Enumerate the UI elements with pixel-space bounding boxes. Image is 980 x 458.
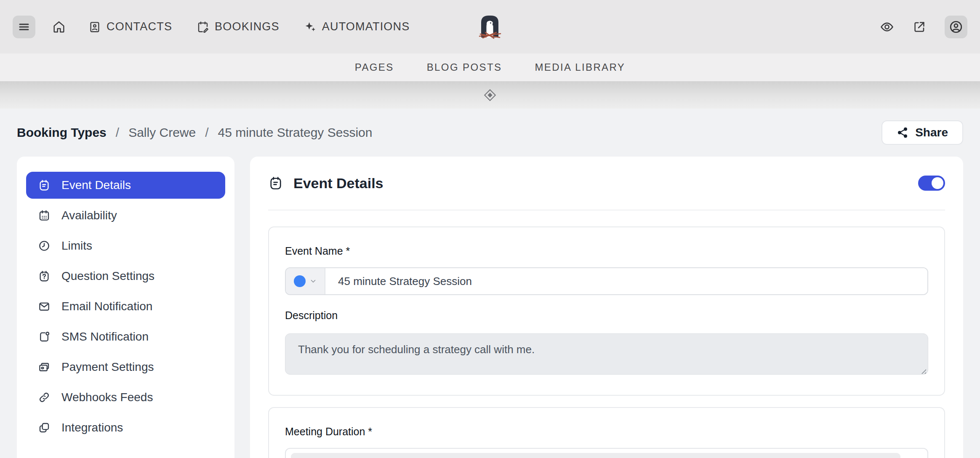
nav-label-contacts: CONTACTS <box>107 20 172 33</box>
event-details-icon <box>38 179 51 192</box>
event-details-header-icon <box>268 176 283 191</box>
meeting-duration-card: Meeting Duration * 60 Minutes <box>268 407 945 458</box>
description-label: Description <box>285 309 928 322</box>
hamburger-menu-button[interactable] <box>13 16 35 38</box>
sidebar-item-question-settings[interactable]: Question Settings <box>26 263 225 290</box>
sidebar-label: Email Notification <box>61 300 152 313</box>
sidebar-label: Payment Settings <box>61 360 154 374</box>
sidebar-item-integrations[interactable]: Integrations <box>26 414 225 441</box>
breadcrumb: Booking Types / Sally Crewe / 45 minute … <box>17 125 372 140</box>
sidebar-label: Event Details <box>61 178 131 192</box>
subnav-item-media-library[interactable]: MEDIA LIBRARY <box>535 61 625 73</box>
divider-band <box>0 81 980 109</box>
description-field: Thank you for scheduling a strategy call… <box>285 332 928 376</box>
nav-label-automations: AUTOMATIONS <box>322 20 410 33</box>
meeting-duration-label: Meeting Duration * <box>285 426 928 438</box>
availability-icon <box>38 209 51 222</box>
sidebar-item-availability[interactable]: Availability <box>26 202 225 229</box>
panels-row: Event Details Availability Limits Questi… <box>17 157 963 458</box>
contacts-icon <box>88 21 101 33</box>
share-icon <box>897 127 908 138</box>
question-settings-icon <box>38 270 51 282</box>
event-details-panel: Event Details Event Name * Description <box>250 157 963 458</box>
sidebar-label: Availability <box>61 209 117 222</box>
user-circle-icon <box>949 20 963 34</box>
panel-header: Event Details <box>268 157 945 210</box>
sms-icon <box>38 330 51 343</box>
chevron-down-icon <box>309 277 317 285</box>
clock-icon <box>38 240 51 252</box>
bookings-icon <box>197 21 209 33</box>
integrations-icon <box>38 421 51 434</box>
meeting-duration-select[interactable]: 60 Minutes <box>285 448 928 458</box>
page-content: Booking Types / Sally Crewe / 45 minute … <box>0 109 980 458</box>
eye-icon <box>880 20 894 34</box>
link-icon <box>38 391 51 404</box>
subnav-item-pages[interactable]: PAGES <box>355 61 394 73</box>
primary-nav: CONTACTS BOOKINGS AUTOMATIONS <box>88 20 410 33</box>
settings-sidebar: Event Details Availability Limits Questi… <box>17 157 234 458</box>
account-button[interactable] <box>945 16 967 38</box>
event-enabled-toggle[interactable] <box>918 176 945 191</box>
breadcrumb-booking-types[interactable]: Booking Types <box>17 125 107 140</box>
sidebar-item-sms-notification[interactable]: SMS Notification <box>26 323 225 350</box>
color-swatch <box>294 275 306 287</box>
preview-button[interactable] <box>880 20 894 34</box>
site-subnav: PAGES BLOG POSTS MEDIA LIBRARY <box>0 53 980 81</box>
event-name-label: Event Name * <box>285 245 928 257</box>
nav-label-bookings: BOOKINGS <box>215 20 280 33</box>
sidebar-label: Question Settings <box>61 269 154 283</box>
email-icon <box>38 300 51 313</box>
description-textarea[interactable]: Thank you for scheduling a strategy call… <box>285 333 928 375</box>
hamburger-icon <box>18 21 30 33</box>
subnav-item-blog-posts[interactable]: BLOG POSTS <box>427 61 502 73</box>
sidebar-item-email-notification[interactable]: Email Notification <box>26 293 225 320</box>
color-picker[interactable] <box>286 268 325 294</box>
breadcrumb-separator: / <box>205 125 208 140</box>
breadcrumb-bar: Booking Types / Sally Crewe / 45 minute … <box>17 109 963 157</box>
diamond-ornament-icon <box>484 89 496 101</box>
share-button[interactable]: Share <box>881 120 963 145</box>
nav-item-contacts[interactable]: CONTACTS <box>88 20 172 33</box>
share-button-label: Share <box>915 126 948 139</box>
sidebar-label: SMS Notification <box>61 330 149 344</box>
app-logo[interactable] <box>477 13 503 41</box>
breadcrumb-sally-crewe[interactable]: Sally Crewe <box>128 125 196 140</box>
sidebar-item-event-details[interactable]: Event Details <box>26 172 225 199</box>
event-name-card: Event Name * Description Thank you for s… <box>268 226 945 396</box>
nav-item-bookings[interactable]: BOOKINGS <box>197 20 280 33</box>
sidebar-label: Limits <box>61 239 92 253</box>
sidebar-label: Webhooks Feeds <box>61 391 153 404</box>
sidebar-label: Integrations <box>61 421 123 434</box>
toggle-knob <box>932 177 943 189</box>
event-name-field <box>285 267 928 295</box>
top-bar: CONTACTS BOOKINGS AUTOMATIONS <box>0 0 980 53</box>
external-link-icon <box>913 20 926 34</box>
event-name-input[interactable] <box>325 268 927 294</box>
topbar-actions <box>880 16 967 38</box>
nav-item-automations[interactable]: AUTOMATIONS <box>304 20 410 33</box>
home-icon <box>52 20 66 34</box>
breadcrumb-separator: / <box>116 125 119 140</box>
payment-icon <box>38 361 51 373</box>
meeting-duration-value: 60 Minutes <box>291 453 900 458</box>
sidebar-item-payment-settings[interactable]: Payment Settings <box>26 354 225 381</box>
sidebar-item-limits[interactable]: Limits <box>26 232 225 259</box>
sidebar-item-webhooks-feeds[interactable]: Webhooks Feeds <box>26 384 225 411</box>
breadcrumb-session[interactable]: 45 minute Strategy Session <box>218 125 373 140</box>
home-button[interactable] <box>52 20 66 34</box>
automations-icon <box>304 21 317 33</box>
open-external-button[interactable] <box>913 20 926 34</box>
bird-nest-logo-icon <box>477 13 503 41</box>
panel-title: Event Details <box>293 175 383 192</box>
